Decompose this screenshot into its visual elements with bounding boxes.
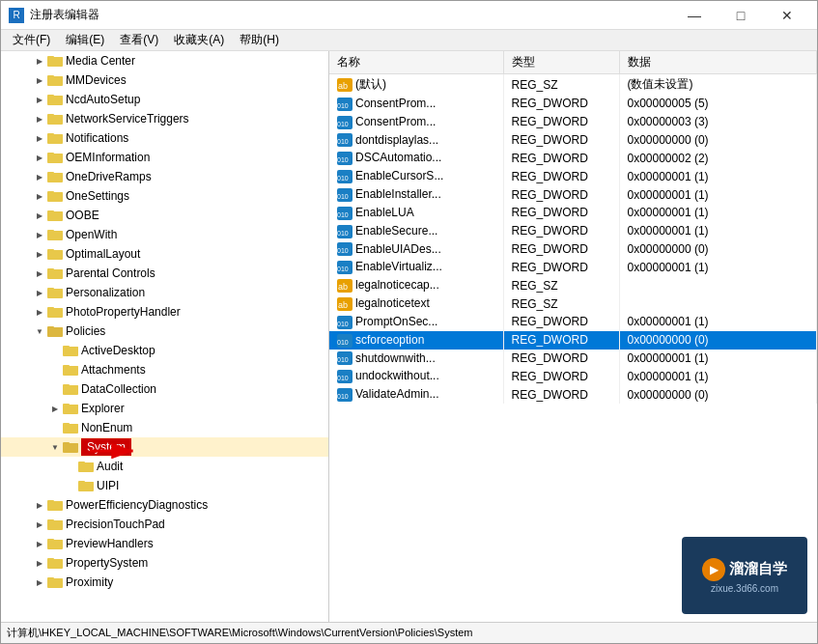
- tree-item[interactable]: ▶ PhotoPropertyHandler: [1, 302, 328, 322]
- tree-expander-icon[interactable]: ▶: [32, 497, 47, 513]
- tree-item[interactable]: ▶ OOBE: [1, 206, 328, 225]
- tree-expander-icon[interactable]: ▶: [32, 208, 47, 223]
- tree-item[interactable]: ActiveDesktop: [1, 341, 328, 360]
- tree-item[interactable]: ▶ PreviewHandlers: [1, 534, 328, 553]
- tree-expander-icon[interactable]: ▶: [32, 72, 47, 88]
- tree-item-label: DataCollection: [81, 382, 156, 396]
- table-row[interactable]: 010EnableInstaller...REG_DWORD0x00000001…: [329, 185, 817, 204]
- tree-item[interactable]: ▶ MMDevices: [1, 70, 328, 90]
- tree-item[interactable]: ▶ NcdAutoSetup: [1, 90, 328, 109]
- table-row[interactable]: ablegalnoticecap...REG_SZ: [329, 276, 817, 294]
- tree-item[interactable]: ▶ PropertySystem: [1, 553, 328, 573]
- tree-expander-icon[interactable]: [47, 362, 63, 378]
- tree-expander-icon[interactable]: ▶: [32, 285, 47, 300]
- tree-item[interactable]: ▶ OptimalLayout: [1, 244, 328, 264]
- maximize-button[interactable]: □: [719, 1, 763, 30]
- tree-item[interactable]: ▶ Explorer: [1, 399, 328, 418]
- tree-expander-icon[interactable]: ▶: [32, 574, 47, 590]
- tree-item[interactable]: ▼ System: [1, 437, 328, 457]
- table-row[interactable]: ab(默认)REG_SZ(数值未设置): [329, 74, 817, 96]
- tree-item[interactable]: ▶ NetworkServiceTriggers: [1, 109, 328, 128]
- close-button[interactable]: ✕: [765, 1, 809, 30]
- tree-expander-icon[interactable]: ▶: [32, 555, 47, 571]
- dword-icon: 010: [337, 333, 355, 347]
- tree-item[interactable]: ▶ OneDriveRamps: [1, 167, 328, 186]
- tree-item[interactable]: ▶ OneSettings: [1, 186, 328, 206]
- tree-item[interactable]: ▶ Proximity: [1, 573, 328, 592]
- tree-expander-icon[interactable]: ▶: [32, 169, 47, 184]
- folder-icon: [63, 363, 78, 377]
- cell-type: REG_DWORD: [503, 240, 619, 259]
- col-type[interactable]: 类型: [503, 51, 619, 74]
- table-row[interactable]: 010scforceoptionREG_DWORD0x00000000 (0): [329, 331, 817, 350]
- tree-item[interactable]: Audit: [1, 457, 328, 476]
- tree-item[interactable]: ▶ PrecisionTouchPad: [1, 515, 328, 534]
- tree-item[interactable]: ▼ Policies: [1, 322, 328, 341]
- menu-item[interactable]: 编辑(E): [58, 30, 112, 50]
- tree-item-label: NcdAutoSetup: [66, 93, 140, 106]
- tree-expander-icon[interactable]: ▶: [32, 92, 47, 107]
- tree-expander-icon[interactable]: ▶: [32, 304, 47, 320]
- table-row[interactable]: 010PromptOnSec...REG_DWORD0x00000001 (1): [329, 313, 817, 331]
- table-row[interactable]: ablegalnoticetextREG_SZ: [329, 294, 817, 313]
- tree-expander-icon[interactable]: ▶: [32, 246, 47, 262]
- minimize-button[interactable]: —: [672, 1, 717, 30]
- tree-expander-icon[interactable]: [47, 381, 63, 397]
- folder-icon: [47, 498, 63, 512]
- tree-item[interactable]: ▶ Parental Controls: [1, 264, 328, 283]
- tree-item[interactable]: ▶ Personalization: [1, 283, 328, 302]
- cell-type: REG_DWORD: [503, 204, 619, 222]
- tree-item[interactable]: Attachments: [1, 360, 328, 379]
- table-row[interactable]: 010ValidateAdmin...REG_DWORD0x00000000 (…: [329, 385, 817, 404]
- tree-expander-icon[interactable]: ▶: [32, 130, 47, 146]
- tree-item[interactable]: UIPI: [1, 476, 328, 495]
- tree-expander-icon[interactable]: ▶: [32, 53, 47, 69]
- table-row[interactable]: 010shutdownwith...REG_DWORD0x00000001 (1…: [329, 350, 817, 368]
- tree-expander-icon[interactable]: ▶: [32, 517, 47, 532]
- tree-expander-icon[interactable]: [63, 459, 78, 474]
- table-row[interactable]: 010EnableCursorS...REG_DWORD0x00000001 (…: [329, 167, 817, 185]
- watermark-play-icon: ▶: [702, 558, 725, 581]
- table-row[interactable]: 010ConsentProm...REG_DWORD0x00000003 (3): [329, 113, 817, 131]
- menu-item[interactable]: 文件(F): [5, 30, 58, 50]
- col-name[interactable]: 名称: [329, 51, 503, 74]
- tree-item[interactable]: DataCollection: [1, 379, 328, 399]
- table-row[interactable]: 010dontdisplaylas...REG_DWORD0x00000000 …: [329, 131, 817, 150]
- col-data[interactable]: 数据: [619, 51, 817, 74]
- cell-type: REG_DWORD: [503, 185, 619, 204]
- tree-item-label: PreviewHandlers: [66, 537, 154, 550]
- tree-item[interactable]: ▶ OEMInformation: [1, 148, 328, 167]
- table-row[interactable]: 010EnableUIADes...REG_DWORD0x00000000 (0…: [329, 240, 817, 259]
- cell-type: REG_SZ: [503, 276, 619, 294]
- table-row[interactable]: 010EnableVirtualiz...REG_DWORD0x00000001…: [329, 258, 817, 276]
- tree-expander-icon[interactable]: ▶: [32, 188, 47, 204]
- title-bar-left: R 注册表编辑器: [9, 7, 99, 23]
- tree-expander-icon[interactable]: ▶: [32, 227, 47, 242]
- folder-icon: [47, 112, 63, 126]
- table-row[interactable]: 010undockwithout...REG_DWORD0x00000001 (…: [329, 367, 817, 385]
- tree-expander-icon[interactable]: [63, 478, 78, 493]
- menu-item[interactable]: 查看(V): [112, 30, 166, 50]
- tree-expander-icon[interactable]: ▶: [47, 401, 63, 416]
- table-row[interactable]: 010EnableSecure...REG_DWORD0x00000001 (1…: [329, 222, 817, 240]
- tree-expander-icon[interactable]: [47, 420, 63, 435]
- tree-expander-icon[interactable]: [47, 343, 63, 358]
- tree-item[interactable]: ▶ OpenWith: [1, 225, 328, 244]
- folder-icon: [47, 170, 63, 183]
- tree-item[interactable]: ▶ Media Center: [1, 51, 328, 70]
- tree-panel[interactable]: ▶ Media Center▶ MMDevices▶ NcdAutoSetup▶…: [1, 51, 329, 622]
- tree-expander-icon[interactable]: ▶: [32, 150, 47, 165]
- tree-expander-icon[interactable]: ▼: [47, 439, 63, 455]
- tree-expander-icon[interactable]: ▶: [32, 111, 47, 126]
- menu-item[interactable]: 帮助(H): [232, 30, 287, 50]
- tree-expander-icon[interactable]: ▶: [32, 536, 47, 551]
- table-row[interactable]: 010ConsentProm...REG_DWORD0x00000005 (5): [329, 95, 817, 113]
- menu-item[interactable]: 收藏夹(A): [166, 30, 232, 50]
- tree-item[interactable]: ▶ PowerEfficiencyDiagnostics: [1, 495, 328, 515]
- tree-expander-icon[interactable]: ▶: [32, 266, 47, 281]
- tree-item[interactable]: ▶ Notifications: [1, 128, 328, 148]
- table-row[interactable]: 010EnableLUAREG_DWORD0x00000001 (1): [329, 204, 817, 222]
- tree-item[interactable]: NonEnum: [1, 418, 328, 437]
- tree-expander-icon[interactable]: ▼: [32, 323, 47, 339]
- table-row[interactable]: 010DSCAutomatio...REG_DWORD0x00000002 (2…: [329, 149, 817, 167]
